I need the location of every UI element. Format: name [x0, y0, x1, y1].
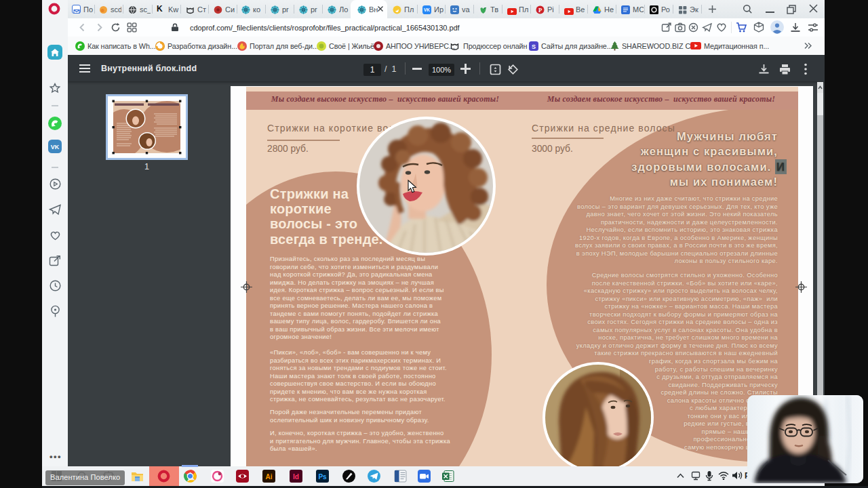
svg-text:Id: Id — [293, 473, 299, 481]
svg-text:Ai: Ai — [266, 473, 273, 481]
svg-text:VK: VK — [424, 7, 430, 12]
svg-text:S: S — [532, 43, 536, 50]
svg-text:P: P — [538, 7, 542, 14]
svg-text:VK: VK — [51, 144, 60, 150]
svg-text:Ps: Ps — [318, 473, 327, 481]
